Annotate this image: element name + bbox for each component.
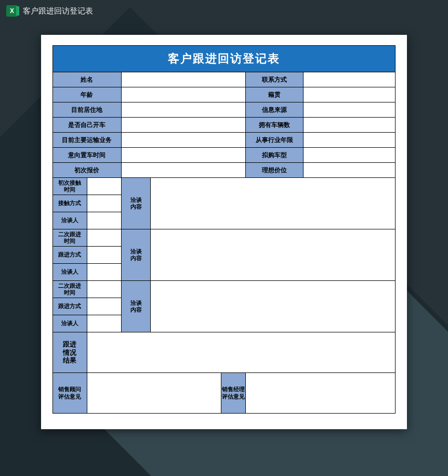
- value-contact: [304, 72, 396, 87]
- value-source: [304, 102, 396, 118]
- label-transportbiz: 目前主要运输业务: [53, 133, 122, 148]
- label-c1-method: 接触方式: [53, 195, 87, 212]
- label-firstquote: 初次报价: [53, 163, 122, 178]
- titlebar: 客户跟进回访登记表: [0, 0, 448, 22]
- label-source: 信息来源: [245, 102, 304, 118]
- value-idealprice: [304, 163, 396, 178]
- label-vehiclecount: 拥有车辆数: [245, 118, 304, 133]
- label-industryyears: 从事行业年限: [245, 133, 304, 148]
- label-age: 年龄: [53, 87, 122, 102]
- value-intenttime: [121, 148, 245, 163]
- label-intenttime: 意向置车时间: [53, 148, 122, 163]
- excel-icon: [6, 5, 18, 17]
- label-c2-time: 二次跟进 时间: [53, 229, 87, 247]
- label-manager: 销售经理 评估意见: [221, 373, 245, 414]
- label-residence: 目前居住地: [53, 102, 122, 118]
- label-advisor: 销售顾问 评估意见: [53, 373, 87, 414]
- value-advisor: [87, 373, 221, 414]
- value-vehiclecount: [304, 118, 396, 133]
- value-origin: [304, 87, 396, 102]
- label-c3-method: 跟进方式: [53, 298, 87, 315]
- value-c2-content: [151, 229, 396, 281]
- value-name: [121, 72, 245, 87]
- label-c1-content: 洽谈 内容: [121, 178, 150, 229]
- label-c2-method: 跟进方式: [53, 247, 87, 264]
- form-title: 客户跟进回访登记表: [53, 46, 396, 72]
- document-page: 客户跟进回访登记表 姓名 联系方式 年龄 籍贯 目前居住地 信息来源 是否自己开…: [41, 35, 407, 429]
- form-table: 客户跟进回访登记表 姓名 联系方式 年龄 籍贯 目前居住地 信息来源 是否自己开…: [52, 45, 396, 414]
- label-origin: 籍贯: [245, 87, 304, 102]
- label-c1-time: 初次接触 时间: [53, 178, 87, 195]
- value-selfdrive: [121, 118, 245, 133]
- value-industryyears: [304, 133, 396, 148]
- label-c2-person: 洽谈人: [53, 264, 87, 281]
- value-c3-person: [87, 315, 121, 332]
- label-c2-content: 洽谈 内容: [121, 229, 150, 281]
- value-firstquote: [121, 163, 245, 178]
- value-c2-person: [87, 264, 121, 281]
- label-c3-content: 洽谈 内容: [121, 281, 150, 332]
- label-intentmodel: 拟购车型: [245, 148, 304, 163]
- value-c1-time: [87, 178, 121, 195]
- value-c2-time: [87, 229, 121, 247]
- value-intentmodel: [304, 148, 396, 163]
- value-c3-content: [151, 281, 396, 332]
- value-transportbiz: [121, 133, 245, 148]
- label-c1-person: 洽谈人: [53, 212, 87, 229]
- label-contact: 联系方式: [245, 72, 304, 87]
- app-title: 客户跟进回访登记表: [23, 6, 93, 16]
- title-row: 客户跟进回访登记表: [53, 46, 396, 72]
- label-selfdrive: 是否自己开车: [53, 118, 122, 133]
- value-manager: [245, 373, 395, 414]
- label-idealprice: 理想价位: [245, 163, 304, 178]
- value-c1-content: [151, 178, 396, 229]
- label-name: 姓名: [53, 72, 122, 87]
- value-result: [87, 332, 395, 373]
- value-c1-person: [87, 212, 121, 229]
- label-c3-time: 二次跟进 时间: [53, 281, 87, 298]
- value-residence: [121, 102, 245, 118]
- value-c1-method: [87, 195, 121, 212]
- label-result: 跟进 情况 结果: [53, 332, 87, 373]
- value-age: [121, 87, 245, 102]
- label-c3-person: 洽谈人: [53, 315, 87, 332]
- value-c3-time: [87, 281, 121, 298]
- value-c3-method: [87, 298, 121, 315]
- value-c2-method: [87, 247, 121, 264]
